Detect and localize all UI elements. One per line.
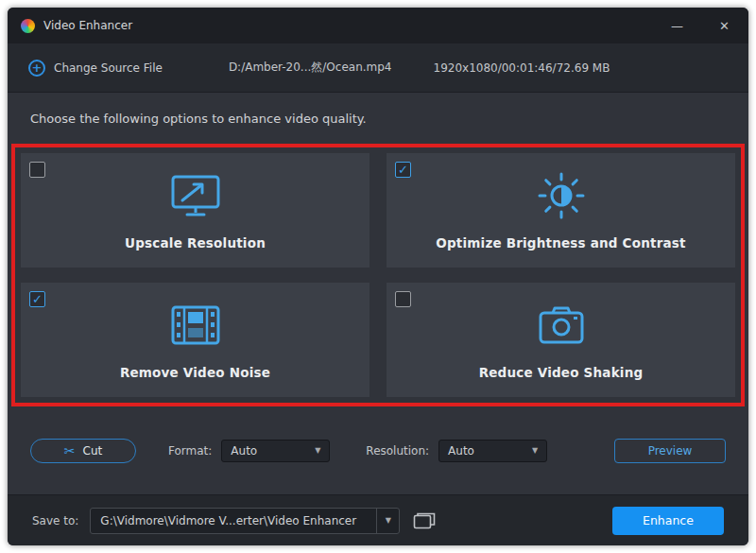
reduce-shaking-checkbox[interactable] <box>395 291 411 307</box>
change-source-file-button[interactable]: + Change Source File <box>28 60 163 77</box>
upscale-monitor-icon <box>169 171 222 220</box>
save-path-dropdown[interactable]: G:\Vidmore\Vidmore V...erter\Video Enhan… <box>90 508 400 534</box>
format-dropdown[interactable]: Auto ▼ <box>221 440 330 462</box>
optimize-brightness-checkbox[interactable] <box>395 162 411 178</box>
option-label: Remove Video Noise <box>120 365 270 380</box>
app-logo-icon <box>21 19 35 33</box>
chevron-down-icon[interactable]: ▼ <box>376 509 399 533</box>
folder-icon <box>413 511 436 529</box>
chevron-down-icon: ▼ <box>315 446 320 455</box>
save-to-label: Save to: <box>32 514 78 527</box>
remove-noise-checkbox[interactable] <box>29 291 45 307</box>
cut-button[interactable]: ✂ Cut <box>30 439 136 463</box>
resolution-value: Auto <box>448 444 474 458</box>
option-card-reduce-video-shaking[interactable]: Reduce Video Shaking <box>387 283 735 397</box>
source-file-bar: + Change Source File D:/Amber-20...然/Oce… <box>8 43 748 93</box>
brightness-sun-icon <box>537 171 586 220</box>
preview-button[interactable]: Preview <box>614 439 726 463</box>
resolution-dropdown[interactable]: Auto ▼ <box>438 440 547 462</box>
video-enhancer-window: Video Enhancer — ✕ + Change Source File … <box>8 8 748 545</box>
minimize-button[interactable]: — <box>665 16 689 36</box>
film-strip-icon <box>169 301 222 350</box>
option-label: Reduce Video Shaking <box>479 365 644 380</box>
chevron-down-icon: ▼ <box>532 446 538 455</box>
browse-folder-button[interactable] <box>413 511 436 529</box>
scissors-icon: ✂ <box>64 444 76 458</box>
option-label: Upscale Resolution <box>125 235 266 251</box>
option-card-remove-video-noise[interactable]: Remove Video Noise <box>21 283 369 397</box>
window-title: Video Enhancer <box>43 19 132 32</box>
change-source-file-label: Change Source File <box>54 61 163 75</box>
upscale-resolution-checkbox[interactable] <box>29 162 45 178</box>
window-controls: — ✕ <box>665 16 735 36</box>
add-icon: + <box>28 60 45 77</box>
footer-bar: Save to: G:\Vidmore\Vidmore V...erter\Vi… <box>8 494 748 545</box>
options-grid: Upscale Resolution <box>11 144 745 406</box>
source-file-info: 1920x1080/00:01:46/72.69 MB <box>434 61 610 75</box>
resolution-label: Resolution: <box>366 444 429 458</box>
format-value: Auto <box>231 444 257 458</box>
titlebar: Video Enhancer — ✕ <box>8 8 748 43</box>
cut-button-label: Cut <box>83 444 103 458</box>
close-button[interactable]: ✕ <box>713 16 735 36</box>
option-card-upscale-resolution[interactable]: Upscale Resolution <box>21 153 369 268</box>
option-label: Optimize Brightness and Contrast <box>436 235 685 251</box>
enhance-button[interactable]: Enhance <box>612 507 724 535</box>
source-file-path: D:/Amber-20...然/Ocean.mp4 <box>229 60 392 76</box>
save-path-value: G:\Vidmore\Vidmore V...erter\Video Enhan… <box>91 514 376 527</box>
controls-row: ✂ Cut Format: Auto ▼ Resolution: Auto ▼ … <box>8 406 748 494</box>
format-label: Format: <box>168 444 212 458</box>
camera-icon <box>537 301 586 350</box>
instructions-text: Choose the following options to enhance … <box>8 93 748 144</box>
option-card-optimize-brightness-contrast[interactable]: Optimize Brightness and Contrast <box>387 153 735 268</box>
